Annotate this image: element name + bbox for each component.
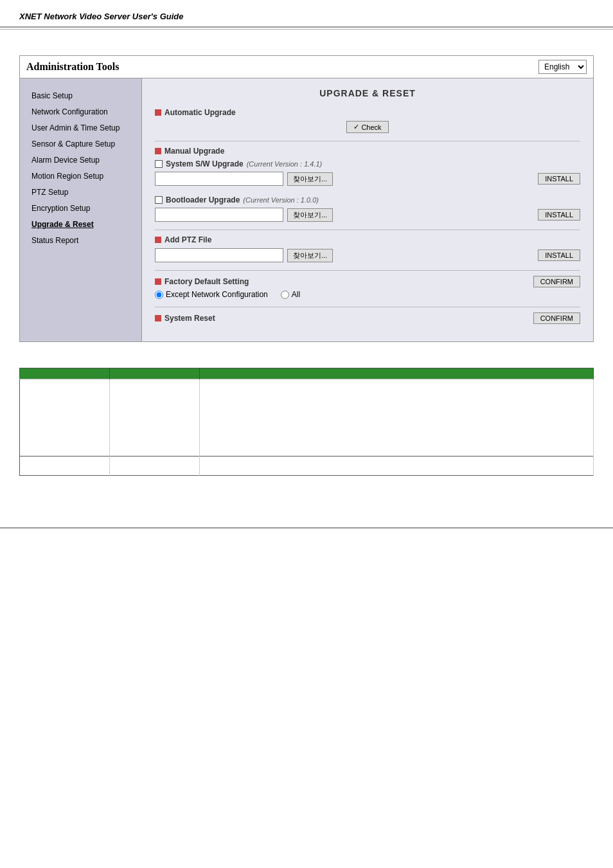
admin-body: Basic Setup Network Configuration User A… xyxy=(20,78,593,341)
add-ptz-block: Add PTZ File 찾아보기... INSTALL xyxy=(155,235,580,262)
table-row xyxy=(20,457,594,476)
ptz-install-row: 찾아보기... INSTALL xyxy=(155,248,580,262)
system-reset-confirm-button[interactable]: CONFIRM xyxy=(533,312,580,324)
system-reset-icon xyxy=(155,315,161,321)
section-title: UPGRADE & RESET xyxy=(155,88,580,98)
main-panel-content: UPGRADE & RESET Automatic Upgrade ✓ Chec… xyxy=(142,78,593,341)
table-cell-2-2 xyxy=(110,457,200,476)
table-cell-1-1 xyxy=(20,379,110,457)
table-cell-1-3 xyxy=(200,379,594,457)
system-sw-file-input[interactable] xyxy=(155,172,283,186)
factory-default-confirm-button[interactable]: CONFIRM xyxy=(533,276,580,287)
sidebar-item-ptz-setup[interactable]: PTZ Setup xyxy=(26,185,135,200)
sidebar-item-alarm-device[interactable]: Alarm Device Setup xyxy=(26,152,135,168)
ptz-install-button[interactable]: INSTALL xyxy=(538,249,580,261)
checkmark-icon: ✓ xyxy=(353,123,359,131)
manual-upgrade-icon xyxy=(155,148,161,154)
sidebar: Basic Setup Network Configuration User A… xyxy=(20,78,142,341)
system-sw-install-row: 찾아보기... INSTALL xyxy=(155,172,580,186)
table-cell-2-3 xyxy=(200,457,594,476)
bootloader-install-button[interactable]: INSTALL xyxy=(538,209,580,221)
add-ptz-label: Add PTZ File xyxy=(155,235,580,244)
factory-default-radio-row: Except Network Configuration All xyxy=(155,290,580,299)
factory-default-icon xyxy=(155,278,161,285)
language-selector-wrapper: English Korean Chinese xyxy=(538,60,587,74)
language-select[interactable]: English Korean Chinese xyxy=(538,60,587,74)
system-reset-label: System Reset xyxy=(155,314,215,323)
radio-all: All xyxy=(281,290,300,299)
data-table-section xyxy=(19,368,594,476)
factory-default-block: Factory Default Setting CONFIRM Except N… xyxy=(155,276,580,299)
table-header-col1 xyxy=(20,368,110,379)
factory-default-label: Factory Default Setting xyxy=(155,277,249,286)
table-header-col2 xyxy=(110,368,200,379)
sidebar-item-status-report[interactable]: Status Report xyxy=(26,233,135,248)
main-content: Administration Tools English Korean Chin… xyxy=(0,49,613,508)
ptz-browse-button[interactable]: 찾아보기... xyxy=(287,249,333,262)
bootloader-file-input[interactable] xyxy=(155,208,283,222)
data-table xyxy=(19,368,594,476)
sidebar-item-user-admin[interactable]: User Admin & Time Setup xyxy=(26,120,135,136)
ptz-file-input[interactable] xyxy=(155,248,283,262)
system-sw-browse-button[interactable]: 찾아보기... xyxy=(287,172,333,186)
admin-panel-header: Administration Tools English Korean Chin… xyxy=(20,56,593,78)
radio-except-network: Except Network Configuration xyxy=(155,290,268,299)
table-header-row xyxy=(20,368,594,379)
check-row: ✓ Check xyxy=(155,121,580,133)
system-reset-row: System Reset CONFIRM xyxy=(155,312,580,324)
sidebar-item-sensor-capture[interactable]: Sensor & Capture Setup xyxy=(26,136,135,152)
table-row xyxy=(20,379,594,457)
sidebar-item-motion-region[interactable]: Motion Region Setup xyxy=(26,168,135,184)
radio-except-network-input[interactable] xyxy=(155,291,163,299)
system-sw-label: System S/W Upgrade (Current Version : 1.… xyxy=(155,159,580,168)
bootloader-checkbox[interactable] xyxy=(155,196,163,204)
sidebar-item-basic-setup[interactable]: Basic Setup xyxy=(26,88,135,104)
auto-upgrade-icon xyxy=(155,109,161,116)
system-sw-install-button[interactable]: INSTALL xyxy=(538,173,580,185)
page-header: XNET Network Video Server User's Guide xyxy=(0,0,613,28)
table-cell-1-2 xyxy=(110,379,200,457)
factory-default-row: Factory Default Setting CONFIRM xyxy=(155,276,580,287)
sidebar-item-network-config[interactable]: Network Configuration xyxy=(26,104,135,120)
automatic-upgrade-label: Automatic Upgrade xyxy=(155,108,580,117)
system-sw-checkbox[interactable] xyxy=(155,160,163,168)
table-cell-2-1 xyxy=(20,457,110,476)
add-ptz-icon xyxy=(155,237,161,243)
admin-panel-title: Administration Tools xyxy=(26,61,119,73)
sidebar-item-upgrade-reset[interactable]: Upgrade & Reset xyxy=(26,217,135,232)
bootloader-browse-button[interactable]: 찾아보기... xyxy=(287,208,333,222)
table-header-col3 xyxy=(200,368,594,379)
system-reset-block: System Reset CONFIRM xyxy=(155,312,580,324)
manual-upgrade-label: Manual Upgrade xyxy=(155,147,580,156)
radio-all-input[interactable] xyxy=(281,291,289,299)
admin-panel: Administration Tools English Korean Chin… xyxy=(19,55,594,342)
header-title: XNET Network Video Server User's Guide xyxy=(19,12,183,21)
automatic-upgrade-block: Automatic Upgrade ✓ Check xyxy=(155,108,580,133)
check-button[interactable]: ✓ Check xyxy=(346,121,388,133)
bootloader-label: Bootloader Upgrade (Current Version : 1.… xyxy=(155,195,580,204)
manual-upgrade-block: Manual Upgrade System S/W Upgrade (Curre… xyxy=(155,147,580,222)
bootloader-install-row: 찾아보기... INSTALL xyxy=(155,208,580,222)
sidebar-item-encryption[interactable]: Encryption Setup xyxy=(26,201,135,216)
